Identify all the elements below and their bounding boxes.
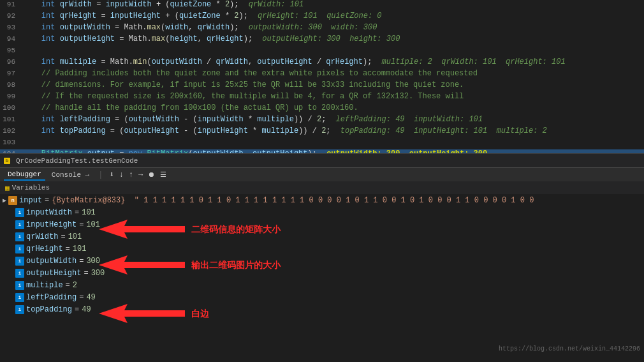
var-eq-inputHeight: = [79, 220, 84, 229]
line-number: 93 [0, 24, 20, 31]
bug-tab-bar: b QrCodePaddingTest.testGenCode [0, 153, 644, 167]
var-eq-outputWidth: = [79, 257, 84, 266]
var-name-inputWidth: inputWidth [26, 208, 72, 217]
code-line-99: 99 // If the requested size is 200x160, … [0, 92, 644, 103]
var-val-qrWidth: 101 [68, 232, 82, 241]
var-row-inputWidth[interactable]: i inputWidth = 101 [0, 206, 644, 218]
step-into-icon[interactable]: ↓ [119, 170, 124, 179]
var-row-leftPadding[interactable]: i leftPadding = 49 [0, 291, 644, 303]
var-row-outputWidth[interactable]: i outputWidth = 300 [0, 255, 644, 267]
line-number: 99 [0, 93, 20, 100]
var-val-inputHeight: 101 [86, 220, 100, 229]
var-icon-input: m [8, 196, 17, 205]
app-container: 91 int qrWidth = inputWidth + (quietZone… [0, 0, 644, 362]
line-number: 98 [0, 81, 20, 89]
var-val-input: {ByteMatrix@833} " 1 1 1 1 1 1 0 1 1 0 1… [52, 196, 534, 205]
run-to-cursor-icon[interactable]: → [138, 170, 143, 179]
var-row-qrWidth[interactable]: i qrWidth = 101 [0, 230, 644, 243]
code-line-103: 103 [0, 138, 644, 149]
step-out-icon[interactable]: ↑ [129, 170, 133, 179]
var-eq-qrHeight: = [66, 245, 70, 253]
pipe-separator: | [98, 170, 103, 179]
line-number: 100 [0, 104, 20, 112]
line-number: 92 [0, 12, 20, 20]
var-eq-inputWidth: = [75, 208, 79, 217]
line-number: 101 [0, 116, 20, 123]
code-line-101: 101 int leftPadding = (outputWidth - (in… [0, 115, 644, 126]
var-icon-outputHeight: i [15, 269, 24, 278]
var-eq-input: = [45, 196, 49, 205]
code-line-98: 98 // dimensions. For example, if input … [0, 80, 644, 92]
var-val-outputWidth: 300 [86, 257, 100, 266]
code-editor: 91 int qrWidth = inputWidth + (quietZone… [0, 0, 644, 153]
expand-arrow-input[interactable]: ▶ [3, 197, 6, 204]
tab-console[interactable]: Console → [48, 170, 93, 180]
code-line-95: 95 [0, 46, 644, 57]
var-name-outputHeight: outputHeight [26, 269, 81, 278]
evaluate-icon[interactable]: ⏺ [148, 170, 155, 179]
step-over-icon[interactable]: ⬇ [109, 170, 113, 179]
code-line-91: 91 int qrWidth = inputWidth + (quietZone… [0, 0, 644, 11]
code-line-97: 97 // Padding includes both the quiet zo… [0, 69, 644, 80]
var-val-multiple: 2 [73, 281, 77, 290]
var-name-qrHeight: qrHeight [26, 245, 63, 253]
var-name-topPadding: topPadding [26, 305, 72, 314]
code-line-94: 94 int outputHeight = Math.max(height, q… [0, 34, 644, 46]
var-eq-multiple: = [66, 281, 70, 290]
code-text: // dimensions. For example, if input is … [20, 80, 644, 89]
var-val-qrHeight: 101 [73, 245, 87, 253]
var-eq-leftPadding: = [79, 293, 84, 302]
code-line-92: 92 int qrHeight = inputHeight + (quietZo… [0, 11, 644, 23]
var-val-outputHeight: 300 [91, 269, 105, 278]
var-icon-qrHeight: i [15, 245, 24, 253]
var-name-outputWidth: outputWidth [26, 257, 77, 266]
code-text: int topPadding = (outputHeight - (inputH… [20, 126, 644, 135]
code-text: BitMatrix output = new BitMatrix(outputW… [20, 149, 644, 153]
var-icon-inputWidth: i [15, 208, 24, 217]
var-name-qrWidth: qrWidth [26, 232, 58, 241]
var-icon-inputHeight: i [15, 220, 24, 229]
var-val-topPadding: 49 [82, 305, 91, 314]
code-text: // handle all the padding from 100x100 (… [20, 103, 644, 112]
var-icon-outputWidth: i [15, 257, 24, 266]
code-line-104: 104 BitMatrix output = new BitMatrix(out… [0, 149, 644, 153]
code-text: int qrHeight = inputHeight + (quietZone … [20, 11, 644, 20]
var-eq-topPadding: = [75, 305, 79, 314]
code-text: int outputWidth = Math.max(width, qrWidt… [20, 23, 644, 32]
line-number: 94 [0, 35, 20, 43]
code-text: int leftPadding = (outputWidth - (inputW… [20, 115, 644, 124]
var-icon-leftPadding: i [15, 293, 24, 302]
var-row-qrHeight[interactable]: i qrHeight = 101 [0, 243, 644, 255]
line-number: 103 [0, 139, 20, 146]
var-row-inputHeight[interactable]: i inputHeight = 101 [0, 218, 644, 230]
debugger-tab-bar[interactable]: Debugger Console → | ⬇ ↓ ↑ → ⏺ ☰ [0, 167, 644, 181]
code-text: int qrWidth = inputWidth + (quietZone * … [20, 0, 644, 9]
var-row-input[interactable]: ▶ m input = {ByteMatrix@833} " 1 1 1 1 1… [0, 194, 644, 206]
code-text: int outputHeight = Math.max(height, qrHe… [20, 34, 644, 43]
code-text [20, 46, 644, 55]
code-line-102: 102 int topPadding = (outputHeight - (in… [0, 126, 644, 138]
variables-header-icon: ▦ [5, 184, 10, 192]
frames-icon[interactable]: ☰ [160, 170, 166, 179]
var-name-input: input [19, 196, 42, 205]
var-val-leftPadding: 49 [86, 293, 95, 302]
debug-file-path: QrCodePaddingTest.testGenCode [12, 156, 142, 166]
code-line-100: 100 // handle all the padding from 100x1… [0, 103, 644, 115]
code-text: // Padding includes both the quiet zone … [20, 69, 644, 78]
bottom-url: https://blog.csdn.net/weixin_44142296 [495, 344, 644, 354]
var-val-inputWidth: 101 [82, 208, 96, 217]
var-eq-qrWidth: = [61, 232, 65, 241]
code-text [20, 138, 644, 147]
var-row-multiple[interactable]: i multiple = 2 [0, 279, 644, 291]
var-row-outputHeight[interactable]: i outputHeight = 300 [0, 267, 644, 279]
line-number: 104 [0, 150, 20, 153]
line-number: 102 [0, 127, 20, 135]
code-text: int multiple = Math.min(outputWidth / qr… [20, 57, 644, 66]
line-number: 91 [0, 1, 20, 8]
line-number: 96 [0, 58, 20, 66]
var-row-topPadding[interactable]: i topPadding = 49 [0, 303, 644, 315]
tab-debugger[interactable]: Debugger [4, 169, 45, 181]
var-name-inputHeight: inputHeight [26, 220, 77, 229]
code-line-93: 93 int outputWidth = Math.max(width, qrW… [0, 23, 644, 34]
var-name-multiple: multiple [26, 281, 63, 290]
